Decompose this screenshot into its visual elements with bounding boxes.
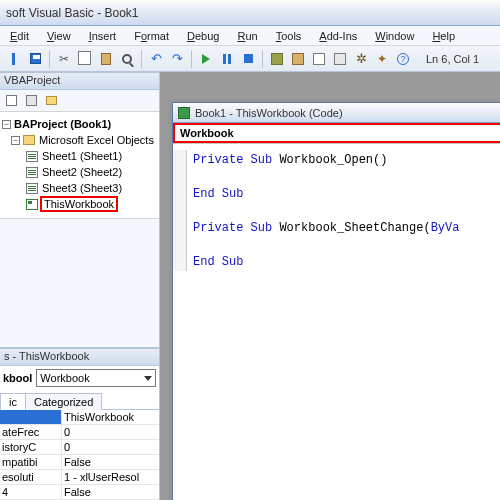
props-tab-alphabetic[interactable]: ic — [0, 393, 26, 410]
props-icon — [313, 53, 325, 65]
misc-icon: ✦ — [377, 52, 387, 66]
props-button[interactable] — [309, 49, 329, 69]
toolbar-view-btn[interactable] — [4, 49, 24, 69]
design-button[interactable] — [267, 49, 287, 69]
tree-root[interactable]: −BAProject (Book1) — [2, 116, 159, 132]
props-object-name: kbool — [3, 372, 32, 384]
props-tab-categorized[interactable]: Categorized — [25, 393, 102, 410]
redo-icon: ↷ — [172, 51, 183, 66]
run-icon — [202, 54, 210, 64]
undo-button[interactable]: ↶ — [146, 49, 166, 69]
view-code-button[interactable] — [2, 92, 20, 110]
copy-icon — [80, 53, 91, 65]
window-titlebar: soft Visual Basic - Book1 — [0, 0, 500, 26]
code-editor[interactable]: Private Sub Workbook_Open() End Sub Priv… — [187, 150, 459, 271]
menu-edit[interactable]: Edit — [2, 29, 37, 43]
cursor-position: Ln 6, Col 1 — [426, 53, 479, 65]
toolbar: ✂ ↶ ↷ ✲ ✦ ? Ln 6, Col 1 — [0, 46, 500, 72]
sheet-icon — [26, 151, 38, 162]
menu-addins[interactable]: Add-Ins — [311, 29, 365, 43]
mdi-area: Book1 - ThisWorkbook (Code) Workbook Pri… — [160, 72, 500, 500]
tree-item-sheet2[interactable]: Sheet2 (Sheet2) — [2, 164, 159, 180]
menu-run[interactable]: Run — [229, 29, 265, 43]
window-title: soft Visual Basic - Book1 — [6, 6, 139, 20]
code-gutter — [173, 150, 187, 271]
code-window: Book1 - ThisWorkbook (Code) Workbook Pri… — [172, 102, 500, 500]
menu-help[interactable]: Help — [424, 29, 463, 43]
cut-button[interactable]: ✂ — [54, 49, 74, 69]
menu-window[interactable]: Window — [367, 29, 422, 43]
properties-grid[interactable]: ThisWorkbookateFrec0istoryC0mpatibiFalse… — [0, 410, 159, 500]
tree-item-sheet1[interactable]: Sheet1 (Sheet1) — [2, 148, 159, 164]
props-object-selector[interactable]: Workbook — [36, 369, 156, 387]
redo-button[interactable]: ↷ — [167, 49, 187, 69]
props-row[interactable]: ThisWorkbook — [0, 410, 159, 425]
help-icon: ? — [397, 53, 409, 65]
props-row[interactable]: esoluti1 - xlUserResol — [0, 470, 159, 485]
properties-title: s - ThisWorkbook — [0, 348, 159, 366]
view-object-button[interactable] — [22, 92, 40, 110]
undo-icon: ↶ — [151, 51, 162, 66]
save-button[interactable] — [25, 49, 45, 69]
toolbox-icon: ✲ — [356, 51, 367, 66]
object-dropdown[interactable]: Workbook — [173, 123, 500, 143]
menu-view[interactable]: View — [39, 29, 79, 43]
project-toolbar — [0, 90, 159, 112]
toggle-folders-button[interactable] — [42, 92, 60, 110]
project-icon — [292, 53, 304, 65]
project-explorer-title: VBAProject — [0, 72, 159, 90]
code-window-titlebar[interactable]: Book1 - ThisWorkbook (Code) — [173, 103, 500, 123]
toolbox-button[interactable]: ✲ — [351, 49, 371, 69]
find-icon — [122, 54, 132, 64]
props-row[interactable]: istoryC0 — [0, 440, 159, 455]
stop-icon — [244, 54, 253, 63]
chevron-down-icon — [144, 376, 152, 381]
menu-insert[interactable]: Insert — [81, 29, 125, 43]
project-button[interactable] — [288, 49, 308, 69]
help-button[interactable]: ? — [393, 49, 413, 69]
menu-tools[interactable]: Tools — [268, 29, 310, 43]
design-icon — [271, 53, 283, 65]
pause-icon — [223, 54, 232, 64]
misc-button[interactable]: ✦ — [372, 49, 392, 69]
tree-item-thisworkbook[interactable]: ThisWorkbook — [2, 196, 159, 212]
menubar: Edit View Insert Format Debug Run Tools … — [0, 26, 500, 46]
cut-icon: ✂ — [59, 52, 69, 66]
save-icon — [30, 53, 41, 64]
menu-debug[interactable]: Debug — [179, 29, 227, 43]
props-row[interactable]: 4False — [0, 485, 159, 500]
object-button[interactable] — [330, 49, 350, 69]
object-icon — [334, 53, 346, 65]
pause-button[interactable] — [217, 49, 237, 69]
menu-format[interactable]: Format — [126, 29, 177, 43]
paste-button[interactable] — [96, 49, 116, 69]
folder-icon — [23, 135, 35, 145]
sheet-icon — [26, 167, 38, 178]
tree-folder[interactable]: −Microsoft Excel Objects — [2, 132, 159, 148]
props-row[interactable]: ateFrec0 — [0, 425, 159, 440]
stop-button[interactable] — [238, 49, 258, 69]
paste-icon — [101, 53, 111, 65]
sheet-icon — [26, 183, 38, 194]
props-row[interactable]: mpatibiFalse — [0, 455, 159, 470]
workbook-icon — [26, 199, 38, 210]
copy-button[interactable] — [75, 49, 95, 69]
run-button[interactable] — [196, 49, 216, 69]
excel-icon — [178, 107, 190, 119]
code-window-title: Book1 - ThisWorkbook (Code) — [195, 107, 343, 119]
tree-item-sheet3[interactable]: Sheet3 (Sheet3) — [2, 180, 159, 196]
find-button[interactable] — [117, 49, 137, 69]
